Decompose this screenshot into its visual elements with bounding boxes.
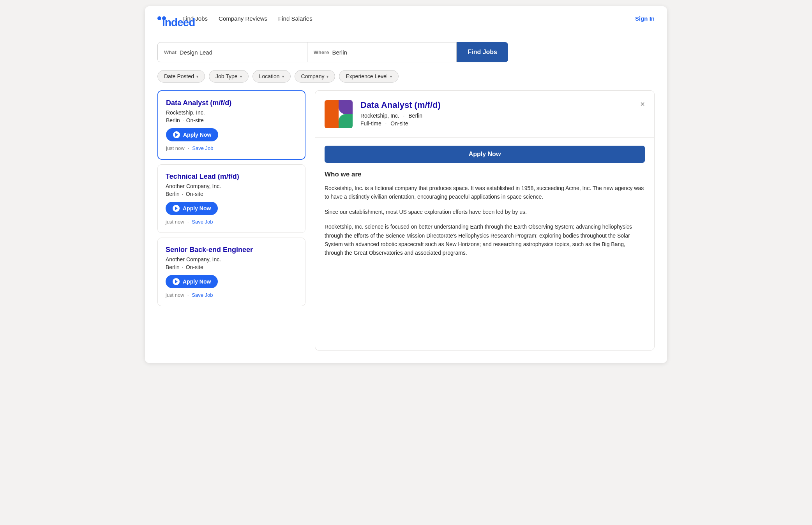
job-card-2[interactable]: Technical Lead (m/f/d) Another Company, … xyxy=(157,164,305,233)
dot-separator-1: · xyxy=(188,145,189,151)
job-footer-2: just now · Save Job xyxy=(166,219,297,225)
play-icon-3 xyxy=(175,280,178,284)
apply-label-3: Apply Now xyxy=(183,278,211,285)
apply-button-1[interactable]: Apply Now xyxy=(166,128,218,141)
where-search-box: Where xyxy=(307,42,457,62)
search-row: What Where Find Jobs xyxy=(157,42,508,62)
find-jobs-button[interactable]: Find Jobs xyxy=(457,42,508,62)
job-footer-1: just now · Save Job xyxy=(166,145,297,151)
apply-now-large-button[interactable]: Apply Now xyxy=(325,146,645,163)
filter-job-type[interactable]: Job Type ▾ xyxy=(209,70,249,83)
apply-arrow-icon-2 xyxy=(173,205,180,212)
job-location-3: Berlin·On-site xyxy=(166,264,297,270)
chevron-down-icon: ▾ xyxy=(327,74,328,79)
job-detail-body: Who we are Rocketship, Inc. is a fiction… xyxy=(315,171,654,273)
logo-dot xyxy=(157,16,161,20)
job-card-1[interactable]: Data Analyst (m/f/d) Rocketship, Inc. Be… xyxy=(157,90,305,160)
job-company-3: Another Company, Inc. xyxy=(166,256,297,262)
posted-time-3: just now xyxy=(166,292,184,298)
what-search-box: What xyxy=(157,42,307,62)
filter-company[interactable]: Company ▾ xyxy=(295,70,335,83)
save-job-link-2[interactable]: Save Job xyxy=(192,219,213,225)
main-content: Data Analyst (m/f/d) Rocketship, Inc. Be… xyxy=(145,90,667,363)
apply-label-1: Apply Now xyxy=(183,132,211,138)
logo-orange-bar xyxy=(325,100,339,128)
save-job-link-1[interactable]: Save Job xyxy=(192,145,213,151)
job-list: Data Analyst (m/f/d) Rocketship, Inc. Be… xyxy=(157,90,305,351)
dot-separator-3: · xyxy=(187,292,189,298)
filter-company-label: Company xyxy=(301,73,325,79)
job-detail-header: Data Analyst (m/f/d) Rocketship, Inc. · … xyxy=(315,91,654,138)
filter-location-label: Location xyxy=(259,73,280,79)
apply-button-2[interactable]: Apply Now xyxy=(166,202,218,215)
job-card-3[interactable]: Senior Back-end Engineer Another Company… xyxy=(157,238,305,306)
job-detail-type-worktype: Full-time · On-site xyxy=(360,120,632,127)
apply-arrow-icon-1 xyxy=(173,131,180,138)
dot-separator-2: · xyxy=(187,219,189,225)
job-detail-info: Data Analyst (m/f/d) Rocketship, Inc. · … xyxy=(360,100,632,128)
search-section: What Where Find Jobs xyxy=(145,31,667,70)
apply-label-2: Apply Now xyxy=(183,205,211,211)
logo-text: indeed xyxy=(162,16,166,20)
play-icon-1 xyxy=(175,133,178,137)
filter-location[interactable]: Location ▾ xyxy=(252,70,291,83)
who-we-are-heading: Who we are xyxy=(325,171,645,178)
filter-date-posted-label: Date Posted xyxy=(164,73,194,79)
job-footer-3: just now · Save Job xyxy=(166,292,297,298)
where-input[interactable] xyxy=(332,49,450,56)
posted-time-2: just now xyxy=(166,219,184,225)
filter-experience-level[interactable]: Experience Level ▾ xyxy=(339,70,398,83)
nav-links: Find Jobs Company Reviews Find Salaries xyxy=(182,15,635,22)
nav-company-reviews[interactable]: Company Reviews xyxy=(219,15,267,22)
job-company-2: Another Company, Inc. xyxy=(166,183,297,189)
close-button[interactable]: × xyxy=(640,100,645,108)
job-location-2: Berlin·On-site xyxy=(166,191,297,197)
filter-job-type-label: Job Type xyxy=(215,73,238,79)
what-input[interactable] xyxy=(180,49,301,56)
job-title-3: Senior Back-end Engineer xyxy=(166,246,297,254)
apply-button-3[interactable]: Apply Now xyxy=(166,275,218,288)
filter-experience-level-label: Experience Level xyxy=(346,73,387,79)
play-icon-2 xyxy=(175,206,178,210)
job-detail-company-location: Rocketship, Inc. · Berlin xyxy=(360,113,632,119)
job-detail-title: Data Analyst (m/f/d) xyxy=(360,100,632,110)
filter-date-posted[interactable]: Date Posted ▾ xyxy=(157,70,205,83)
chevron-down-icon: ▾ xyxy=(240,74,242,79)
chevron-down-icon: ▾ xyxy=(196,74,198,79)
posted-time-1: just now xyxy=(166,145,185,151)
job-detail-panel: Data Analyst (m/f/d) Rocketship, Inc. · … xyxy=(315,90,655,351)
job-location-1: Berlin·On-site xyxy=(166,117,297,123)
sign-in-button[interactable]: Sign In xyxy=(635,15,655,22)
logo-green-shape xyxy=(339,114,353,128)
where-label: Where xyxy=(314,49,329,55)
logo-purple-shape xyxy=(339,100,353,114)
company-logo xyxy=(325,100,353,128)
what-label: What xyxy=(164,49,177,55)
indeed-logo[interactable]: indeed xyxy=(157,12,167,25)
description-paragraph-2: Since our establishment, most US space e… xyxy=(325,208,645,216)
job-title-2: Technical Lead (m/f/d) xyxy=(166,173,297,181)
description-paragraph-3: Rocketship, Inc. science is focused on b… xyxy=(325,222,645,257)
nav-find-salaries[interactable]: Find Salaries xyxy=(278,15,312,22)
logo-right-section xyxy=(339,100,353,128)
job-title-1: Data Analyst (m/f/d) xyxy=(166,99,297,107)
job-company-1: Rocketship, Inc. xyxy=(166,109,297,116)
apply-arrow-icon-3 xyxy=(173,278,180,285)
chevron-down-icon: ▾ xyxy=(282,74,284,79)
save-job-link-3[interactable]: Save Job xyxy=(192,292,213,298)
filter-row: Date Posted ▾ Job Type ▾ Location ▾ Comp… xyxy=(145,70,667,90)
description-paragraph-1: Rocketship, Inc. is a fictional company … xyxy=(325,184,645,201)
chevron-down-icon: ▾ xyxy=(390,74,392,79)
navbar: indeed Find Jobs Company Reviews Find Sa… xyxy=(145,6,667,31)
